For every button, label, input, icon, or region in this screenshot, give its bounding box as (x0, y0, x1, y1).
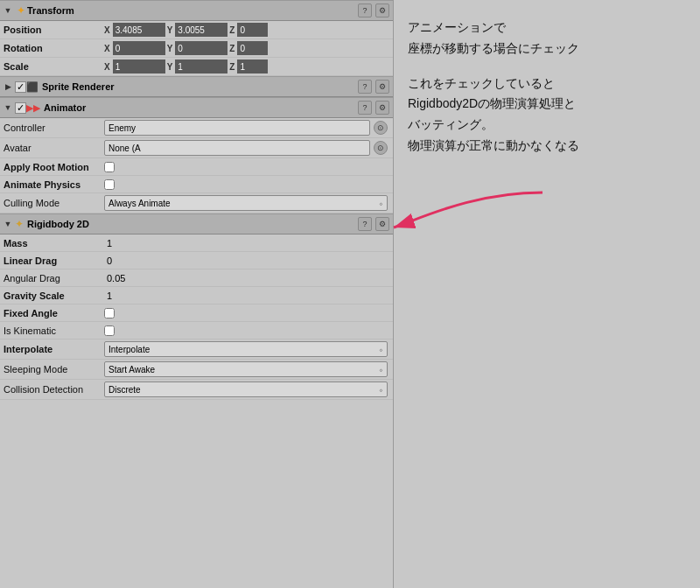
rigidbody2d-help-btn[interactable]: ? (358, 217, 372, 231)
controller-label: Controller (4, 122, 104, 133)
interpolate-label: Interpolate (4, 344, 104, 354)
culling-mode-dropdown[interactable]: Always Animate ⬦ (104, 195, 388, 211)
rigidbody2d-section-header[interactable]: ▼ ✦ Rigidbody 2D ? ⚙ (0, 214, 393, 234)
fixed-angle-row: Fixed Angle (0, 304, 393, 322)
controller-field: Enemy ⊙ (104, 120, 388, 136)
transform-icon: ✦ (15, 4, 27, 17)
collision-detection-row: Collision Detection Discrete ⬦ (0, 380, 393, 400)
annotation-arrow (385, 166, 560, 271)
scale-row: Scale X Y Z (0, 58, 393, 76)
sprite-renderer-help-btn[interactable]: ? (358, 80, 372, 94)
is-kinematic-row: Is Kinematic (0, 322, 393, 340)
rigidbody2d-collapse-arrow[interactable]: ▼ (4, 220, 12, 228)
collision-detection-value: Discrete (108, 385, 141, 395)
avatar-value: None (A (108, 144, 141, 153)
position-y-input[interactable] (175, 23, 228, 37)
inspector-panel: ▼ ✦ Transform ? ⚙ Position X Y Z Rotatio… (0, 0, 394, 588)
mass-label: Mass (4, 238, 104, 248)
controller-value: Enemy (108, 123, 136, 133)
interpolate-field: Interpolate ⬦ (104, 341, 388, 357)
interpolate-dropdown[interactable]: Interpolate ⬦ (104, 341, 388, 357)
position-z-input[interactable] (237, 23, 268, 37)
transform-settings-btn[interactable]: ⚙ (375, 4, 389, 18)
position-label: Position (4, 24, 104, 35)
mass-value: 1 (104, 237, 388, 249)
animator-settings-btn[interactable]: ⚙ (375, 101, 389, 115)
angular-drag-value: 0.05 (104, 272, 388, 284)
rotation-values: X Y Z (104, 41, 388, 55)
culling-mode-row: Culling Mode Always Animate ⬦ (0, 193, 393, 214)
linear-drag-label: Linear Drag (4, 256, 104, 266)
scale-z-input[interactable] (237, 60, 268, 74)
sprite-renderer-collapse-arrow[interactable]: ▶ (4, 82, 12, 91)
scale-y-input[interactable] (175, 60, 228, 74)
scale-x-input[interactable] (113, 60, 165, 74)
controller-row: Controller Enemy ⊙ (0, 118, 393, 138)
position-y-label: Y (167, 25, 173, 35)
culling-mode-label: Culling Mode (4, 198, 104, 208)
transform-collapse-arrow[interactable]: ▼ (4, 6, 12, 15)
animate-physics-checkbox[interactable] (104, 179, 115, 190)
sleeping-mode-dropdown[interactable]: Start Awake ⬦ (104, 361, 388, 377)
controller-dropdown[interactable]: Enemy (104, 120, 370, 136)
apply-root-motion-row: Apply Root Motion (0, 158, 393, 176)
is-kinematic-label: Is Kinematic (4, 326, 104, 336)
fixed-angle-checkbox[interactable] (104, 308, 115, 318)
sleeping-mode-dropdown-icon: ⬦ (379, 366, 383, 374)
position-x-input[interactable] (113, 23, 165, 37)
apply-root-motion-checkbox-container (104, 162, 115, 172)
annotation-line5: バッティング。 (408, 117, 494, 131)
position-z-label: Z (229, 25, 234, 35)
transform-section-header[interactable]: ▼ ✦ Transform ? ⚙ (0, 0, 393, 21)
collision-detection-label: Collision Detection (4, 384, 104, 395)
interpolate-dropdown-icon: ⬦ (379, 346, 383, 354)
animate-physics-label: Animate Physics (4, 179, 104, 190)
scale-x-label: X (104, 62, 110, 72)
animator-help-btn[interactable]: ? (358, 101, 372, 115)
annotation-block1: アニメーションで 座標が移動する場合にチェック (408, 18, 686, 60)
collision-detection-dropdown[interactable]: Discrete ⬦ (104, 382, 388, 397)
sprite-renderer-section-header[interactable]: ▶ ✓ ⬛ Sprite Renderer ? ⚙ (0, 76, 393, 97)
sprite-renderer-enabled-checkbox[interactable]: ✓ (15, 81, 26, 93)
fixed-angle-checkbox-container (104, 308, 115, 318)
annotation-line4: Rigidbody2Dの物理演算処理と (408, 96, 576, 110)
apply-root-motion-label: Apply Root Motion (4, 162, 104, 172)
animator-enabled-checkbox[interactable]: ✓ (15, 102, 26, 114)
collision-detection-dropdown-icon: ⬦ (379, 386, 383, 394)
sprite-renderer-icon: ⬛ (26, 81, 38, 93)
sleeping-mode-value: Start Awake (108, 365, 155, 374)
rotation-y-input[interactable] (175, 41, 228, 55)
sprite-renderer-settings-btn[interactable]: ⚙ (375, 80, 389, 94)
annotation-line6: 物理演算が正常に動かなくなる (408, 138, 579, 152)
annotation-line1: アニメーションで (408, 20, 506, 34)
culling-mode-value: Always Animate (108, 199, 171, 208)
avatar-dropdown[interactable]: None (A (104, 140, 370, 156)
rigidbody2d-content: Mass 1 Linear Drag 0 Angular Drag 0.05 G… (0, 234, 393, 400)
transform-content: Position X Y Z Rotation X Y Z Scale (0, 21, 393, 76)
rotation-x-label: X (104, 44, 110, 53)
rotation-z-input[interactable] (237, 41, 268, 55)
scale-z-label: Z (229, 62, 234, 72)
avatar-label: Avatar (4, 143, 104, 153)
controller-circle-btn[interactable]: ⊙ (374, 121, 388, 135)
transform-help-btn[interactable]: ? (358, 4, 372, 18)
animator-icon: ▶▶ (26, 102, 40, 114)
interpolate-row: Interpolate Interpolate ⬦ (0, 340, 393, 360)
gravity-scale-label: Gravity Scale (4, 290, 104, 301)
sleeping-mode-label: Sleeping Mode (4, 364, 104, 374)
animator-collapse-arrow[interactable]: ▼ (4, 103, 12, 112)
animator-section-header[interactable]: ▼ ✓ ▶▶ Animator ? ⚙ (0, 97, 393, 118)
is-kinematic-checkbox-container (104, 326, 115, 336)
avatar-row: Avatar None (A ⊙ (0, 138, 393, 158)
sleeping-mode-field: Start Awake ⬦ (104, 361, 388, 377)
annotation-block2: これをチェックしていると Rigidbody2Dの物理演算処理と バッティング。… (408, 74, 686, 157)
fixed-angle-label: Fixed Angle (4, 308, 104, 318)
gravity-scale-value: 1 (104, 290, 388, 302)
avatar-circle-btn[interactable]: ⊙ (374, 141, 388, 155)
annotation-area: アニメーションで 座標が移動する場合にチェック これをチェックしていると Rig… (394, 0, 700, 588)
rotation-x-input[interactable] (113, 41, 165, 55)
is-kinematic-checkbox[interactable] (104, 326, 115, 336)
gravity-scale-row: Gravity Scale 1 (0, 287, 393, 304)
apply-root-motion-checkbox[interactable] (104, 162, 115, 172)
sleeping-mode-row: Sleeping Mode Start Awake ⬦ (0, 360, 393, 380)
